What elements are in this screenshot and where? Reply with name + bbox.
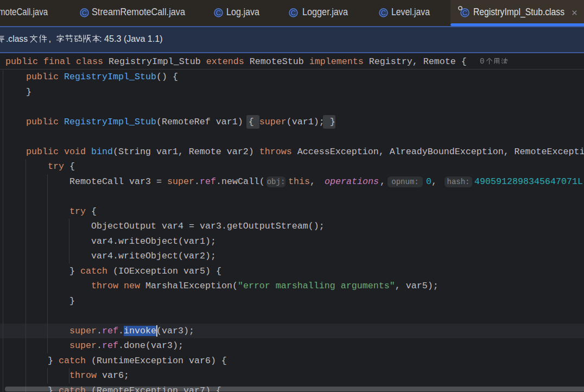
svg-text:C: C [462, 9, 467, 17]
svg-text:C: C [291, 9, 296, 17]
svg-text:C: C [381, 9, 386, 17]
svg-text:C: C [216, 9, 221, 17]
svg-text:C: C [82, 9, 87, 17]
